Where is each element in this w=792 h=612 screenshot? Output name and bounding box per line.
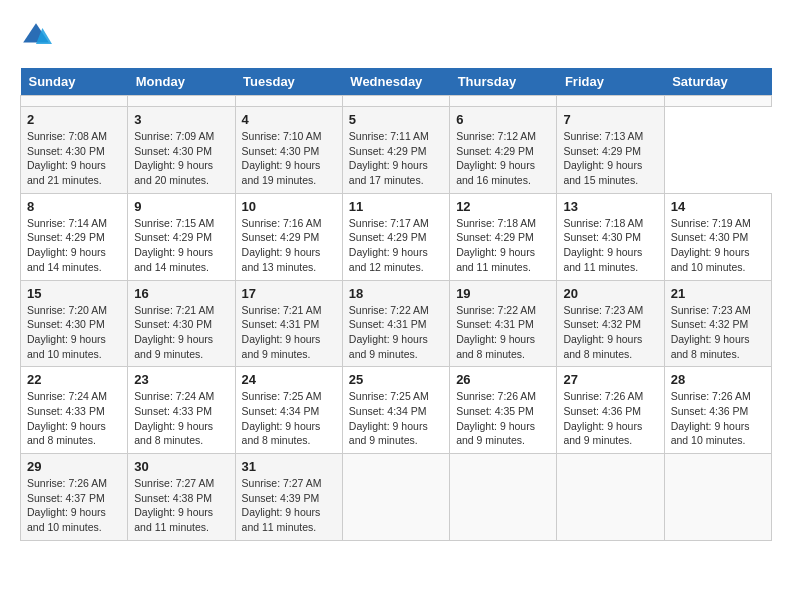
calendar-day-header: Friday: [557, 68, 664, 96]
calendar-week-row: 8Sunrise: 7:14 AMSunset: 4:29 PMDaylight…: [21, 193, 772, 280]
calendar-day-header: Thursday: [450, 68, 557, 96]
day-info: Sunrise: 7:26 AMSunset: 4:37 PMDaylight:…: [27, 476, 121, 535]
day-number: 13: [563, 199, 657, 214]
day-number: 3: [134, 112, 228, 127]
calendar-cell: 12Sunrise: 7:18 AMSunset: 4:29 PMDayligh…: [450, 193, 557, 280]
day-info: Sunrise: 7:25 AMSunset: 4:34 PMDaylight:…: [242, 389, 336, 448]
day-info: Sunrise: 7:21 AMSunset: 4:30 PMDaylight:…: [134, 303, 228, 362]
calendar-cell: [664, 96, 771, 107]
day-number: 4: [242, 112, 336, 127]
day-number: 18: [349, 286, 443, 301]
day-number: 26: [456, 372, 550, 387]
day-number: 12: [456, 199, 550, 214]
day-number: 25: [349, 372, 443, 387]
day-info: Sunrise: 7:18 AMSunset: 4:29 PMDaylight:…: [456, 216, 550, 275]
day-info: Sunrise: 7:10 AMSunset: 4:30 PMDaylight:…: [242, 129, 336, 188]
calendar-header-row: SundayMondayTuesdayWednesdayThursdayFrid…: [21, 68, 772, 96]
day-number: 16: [134, 286, 228, 301]
calendar-day-header: Monday: [128, 68, 235, 96]
calendar-cell: 9Sunrise: 7:15 AMSunset: 4:29 PMDaylight…: [128, 193, 235, 280]
calendar-cell: [235, 96, 342, 107]
calendar-cell: 11Sunrise: 7:17 AMSunset: 4:29 PMDayligh…: [342, 193, 449, 280]
day-info: Sunrise: 7:26 AMSunset: 4:36 PMDaylight:…: [563, 389, 657, 448]
day-info: Sunrise: 7:20 AMSunset: 4:30 PMDaylight:…: [27, 303, 121, 362]
calendar-cell: [128, 96, 235, 107]
calendar-cell: 21Sunrise: 7:23 AMSunset: 4:32 PMDayligh…: [664, 280, 771, 367]
page-header: [20, 20, 772, 52]
calendar-cell: 24Sunrise: 7:25 AMSunset: 4:34 PMDayligh…: [235, 367, 342, 454]
day-number: 20: [563, 286, 657, 301]
calendar-week-row: 15Sunrise: 7:20 AMSunset: 4:30 PMDayligh…: [21, 280, 772, 367]
day-number: 6: [456, 112, 550, 127]
day-info: Sunrise: 7:18 AMSunset: 4:30 PMDaylight:…: [563, 216, 657, 275]
calendar-day-header: Wednesday: [342, 68, 449, 96]
day-number: 11: [349, 199, 443, 214]
day-info: Sunrise: 7:27 AMSunset: 4:39 PMDaylight:…: [242, 476, 336, 535]
day-number: 31: [242, 459, 336, 474]
day-number: 23: [134, 372, 228, 387]
calendar-body: 2Sunrise: 7:08 AMSunset: 4:30 PMDaylight…: [21, 96, 772, 541]
calendar-cell: 13Sunrise: 7:18 AMSunset: 4:30 PMDayligh…: [557, 193, 664, 280]
day-info: Sunrise: 7:11 AMSunset: 4:29 PMDaylight:…: [349, 129, 443, 188]
calendar-cell: 27Sunrise: 7:26 AMSunset: 4:36 PMDayligh…: [557, 367, 664, 454]
calendar-cell: 3Sunrise: 7:09 AMSunset: 4:30 PMDaylight…: [128, 107, 235, 194]
calendar-cell: [21, 96, 128, 107]
calendar-week-row: 2Sunrise: 7:08 AMSunset: 4:30 PMDaylight…: [21, 107, 772, 194]
calendar-cell: 31Sunrise: 7:27 AMSunset: 4:39 PMDayligh…: [235, 454, 342, 541]
day-number: 5: [349, 112, 443, 127]
calendar-cell: 19Sunrise: 7:22 AMSunset: 4:31 PMDayligh…: [450, 280, 557, 367]
calendar-table: SundayMondayTuesdayWednesdayThursdayFrid…: [20, 68, 772, 541]
calendar-week-row: [21, 96, 772, 107]
calendar-cell: 4Sunrise: 7:10 AMSunset: 4:30 PMDaylight…: [235, 107, 342, 194]
calendar-cell: 28Sunrise: 7:26 AMSunset: 4:36 PMDayligh…: [664, 367, 771, 454]
calendar-cell: 8Sunrise: 7:14 AMSunset: 4:29 PMDaylight…: [21, 193, 128, 280]
day-info: Sunrise: 7:13 AMSunset: 4:29 PMDaylight:…: [563, 129, 657, 188]
day-info: Sunrise: 7:16 AMSunset: 4:29 PMDaylight:…: [242, 216, 336, 275]
calendar-cell: 18Sunrise: 7:22 AMSunset: 4:31 PMDayligh…: [342, 280, 449, 367]
day-number: 8: [27, 199, 121, 214]
calendar-cell: 14Sunrise: 7:19 AMSunset: 4:30 PMDayligh…: [664, 193, 771, 280]
day-info: Sunrise: 7:12 AMSunset: 4:29 PMDaylight:…: [456, 129, 550, 188]
day-number: 28: [671, 372, 765, 387]
day-info: Sunrise: 7:08 AMSunset: 4:30 PMDaylight:…: [27, 129, 121, 188]
day-number: 14: [671, 199, 765, 214]
calendar-cell: 15Sunrise: 7:20 AMSunset: 4:30 PMDayligh…: [21, 280, 128, 367]
calendar-cell: [557, 454, 664, 541]
calendar-cell: 10Sunrise: 7:16 AMSunset: 4:29 PMDayligh…: [235, 193, 342, 280]
day-info: Sunrise: 7:09 AMSunset: 4:30 PMDaylight:…: [134, 129, 228, 188]
calendar-day-header: Saturday: [664, 68, 771, 96]
day-number: 15: [27, 286, 121, 301]
calendar-cell: [557, 96, 664, 107]
calendar-cell: 22Sunrise: 7:24 AMSunset: 4:33 PMDayligh…: [21, 367, 128, 454]
calendar-cell: 5Sunrise: 7:11 AMSunset: 4:29 PMDaylight…: [342, 107, 449, 194]
logo-icon: [20, 20, 52, 52]
day-info: Sunrise: 7:27 AMSunset: 4:38 PMDaylight:…: [134, 476, 228, 535]
day-number: 30: [134, 459, 228, 474]
calendar-cell: 6Sunrise: 7:12 AMSunset: 4:29 PMDaylight…: [450, 107, 557, 194]
day-number: 27: [563, 372, 657, 387]
day-info: Sunrise: 7:22 AMSunset: 4:31 PMDaylight:…: [349, 303, 443, 362]
day-number: 9: [134, 199, 228, 214]
day-info: Sunrise: 7:21 AMSunset: 4:31 PMDaylight:…: [242, 303, 336, 362]
day-info: Sunrise: 7:19 AMSunset: 4:30 PMDaylight:…: [671, 216, 765, 275]
day-number: 7: [563, 112, 657, 127]
day-info: Sunrise: 7:17 AMSunset: 4:29 PMDaylight:…: [349, 216, 443, 275]
day-info: Sunrise: 7:23 AMSunset: 4:32 PMDaylight:…: [671, 303, 765, 362]
day-number: 22: [27, 372, 121, 387]
calendar-week-row: 29Sunrise: 7:26 AMSunset: 4:37 PMDayligh…: [21, 454, 772, 541]
day-info: Sunrise: 7:26 AMSunset: 4:35 PMDaylight:…: [456, 389, 550, 448]
calendar-cell: 17Sunrise: 7:21 AMSunset: 4:31 PMDayligh…: [235, 280, 342, 367]
calendar-week-row: 22Sunrise: 7:24 AMSunset: 4:33 PMDayligh…: [21, 367, 772, 454]
day-info: Sunrise: 7:26 AMSunset: 4:36 PMDaylight:…: [671, 389, 765, 448]
calendar-cell: [450, 96, 557, 107]
calendar-cell: 20Sunrise: 7:23 AMSunset: 4:32 PMDayligh…: [557, 280, 664, 367]
calendar-cell: 26Sunrise: 7:26 AMSunset: 4:35 PMDayligh…: [450, 367, 557, 454]
calendar-cell: 29Sunrise: 7:26 AMSunset: 4:37 PMDayligh…: [21, 454, 128, 541]
day-info: Sunrise: 7:22 AMSunset: 4:31 PMDaylight:…: [456, 303, 550, 362]
calendar-cell: 30Sunrise: 7:27 AMSunset: 4:38 PMDayligh…: [128, 454, 235, 541]
day-info: Sunrise: 7:25 AMSunset: 4:34 PMDaylight:…: [349, 389, 443, 448]
day-info: Sunrise: 7:15 AMSunset: 4:29 PMDaylight:…: [134, 216, 228, 275]
day-info: Sunrise: 7:14 AMSunset: 4:29 PMDaylight:…: [27, 216, 121, 275]
day-number: 17: [242, 286, 336, 301]
calendar-cell: [664, 454, 771, 541]
